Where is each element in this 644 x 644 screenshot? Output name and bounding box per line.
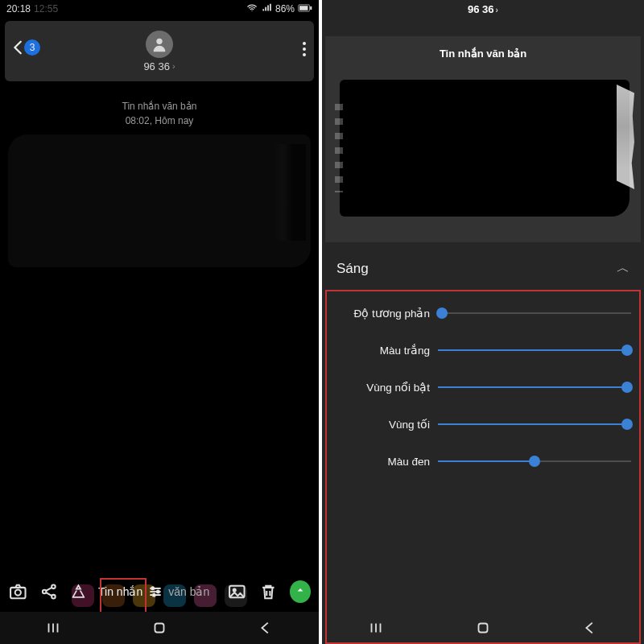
message-bubble[interactable] bbox=[8, 134, 311, 267]
home-button[interactable] bbox=[474, 619, 492, 637]
svg-point-13 bbox=[233, 588, 236, 591]
trash-icon[interactable] bbox=[258, 581, 279, 602]
wifi-icon bbox=[246, 2, 258, 16]
slider-track[interactable] bbox=[438, 379, 631, 395]
slider-track[interactable] bbox=[438, 342, 631, 358]
status-time-2: 12:55 bbox=[34, 3, 58, 14]
svg-point-3 bbox=[156, 38, 162, 43]
redacted-content bbox=[274, 144, 306, 241]
appstore-icon[interactable] bbox=[70, 581, 87, 602]
editor-screen: 96 36› Tin nhắn văn bản Sáng ︿ Độ tương … bbox=[322, 0, 644, 644]
svg-point-10 bbox=[157, 590, 159, 592]
recents-button[interactable] bbox=[44, 619, 62, 637]
input-placeholder-1: Tin nhắn bbox=[98, 585, 142, 598]
gallery-icon[interactable] bbox=[227, 581, 247, 602]
svg-point-6 bbox=[43, 590, 47, 594]
edit-preview[interactable]: Tin nhắn văn bản bbox=[325, 36, 641, 242]
slider-track[interactable] bbox=[438, 305, 631, 321]
svg-point-7 bbox=[52, 585, 56, 589]
slider-thumb[interactable] bbox=[621, 419, 633, 430]
camera-icon[interactable] bbox=[8, 581, 28, 602]
slider-thumb[interactable] bbox=[436, 308, 448, 319]
chevron-right-icon: › bbox=[496, 6, 498, 14]
battery-icon bbox=[298, 3, 312, 15]
recents-button[interactable] bbox=[367, 619, 385, 637]
section-title: Sáng bbox=[336, 261, 369, 277]
brightness-section-header[interactable]: Sáng ︿ bbox=[322, 242, 644, 290]
chevron-right-icon: › bbox=[172, 61, 175, 71]
slider-label: Độ tương phản bbox=[335, 307, 438, 320]
svg-point-5 bbox=[15, 589, 21, 595]
svg-rect-14 bbox=[155, 624, 164, 633]
slider-label: Vùng tối bbox=[335, 418, 438, 431]
status-icons: 86% bbox=[246, 2, 312, 16]
preview-caption: Tin nhắn văn bản bbox=[325, 47, 641, 60]
message-meta: Tin nhắn văn bản 08:02, Hôm nay bbox=[0, 99, 319, 128]
preview-redacted bbox=[340, 80, 630, 217]
svg-rect-2 bbox=[299, 6, 308, 10]
svg-point-8 bbox=[52, 595, 56, 599]
slider-thumb[interactable] bbox=[529, 456, 540, 467]
status-time-1: 20:18 bbox=[6, 3, 31, 14]
composer-bar: Tin nhắn văn bản bbox=[0, 573, 319, 610]
back-nav-button[interactable] bbox=[257, 619, 275, 637]
contact-name[interactable]: 96 36 › bbox=[143, 60, 175, 72]
signal-icon bbox=[261, 2, 272, 16]
adjust-sliders-icon[interactable] bbox=[147, 581, 163, 602]
editor-contact-name: 96 36 bbox=[468, 3, 494, 15]
slider-label: Màu đen bbox=[335, 456, 438, 468]
slider-row: Màu đen bbox=[335, 443, 631, 480]
message-input[interactable]: Tin nhắn văn bản bbox=[98, 578, 209, 605]
status-bar: 20:18 12:55 86% bbox=[0, 0, 319, 18]
editor-header: 96 36› bbox=[322, 0, 644, 15]
slider-track[interactable] bbox=[438, 453, 631, 469]
messaging-screen: 20:18 12:55 86% 3 96 36 › bbox=[0, 0, 322, 644]
more-menu-button[interactable] bbox=[303, 42, 306, 56]
svg-rect-15 bbox=[478, 624, 487, 633]
send-button[interactable] bbox=[290, 580, 312, 603]
avatar[interactable] bbox=[146, 31, 173, 58]
message-type-label: Tin nhắn văn bản bbox=[0, 99, 319, 114]
slider-row: Vùng nổi bật bbox=[335, 369, 631, 406]
slider-label: Màu trắng bbox=[335, 344, 438, 357]
message-timestamp: 08:02, Hôm nay bbox=[0, 114, 319, 128]
sliders-panel: Độ tương phảnMàu trắngVùng nổi bậtVùng t… bbox=[325, 290, 641, 644]
slider-row: Vùng tối bbox=[335, 406, 631, 443]
android-navbar-left bbox=[0, 612, 319, 644]
android-navbar-right bbox=[322, 612, 644, 644]
slider-row: Màu trắng bbox=[335, 332, 631, 369]
svg-point-9 bbox=[151, 587, 154, 589]
unread-count-badge: 3 bbox=[24, 39, 40, 56]
battery-pct: 86% bbox=[275, 3, 295, 14]
back-button[interactable]: 3 bbox=[10, 39, 40, 56]
slider-row: Độ tương phản bbox=[335, 295, 631, 332]
back-nav-button[interactable] bbox=[581, 619, 599, 637]
svg-point-11 bbox=[153, 594, 155, 597]
slider-thumb[interactable] bbox=[621, 345, 633, 356]
svg-rect-1 bbox=[310, 6, 312, 9]
chevron-up-icon: ︿ bbox=[617, 260, 630, 277]
input-placeholder-2: văn bản bbox=[168, 585, 209, 598]
home-button[interactable] bbox=[151, 619, 168, 637]
slider-track[interactable] bbox=[438, 416, 631, 432]
slider-label: Vùng nổi bật bbox=[335, 381, 438, 394]
share-icon[interactable] bbox=[39, 581, 60, 602]
slider-thumb[interactable] bbox=[621, 382, 633, 393]
chat-header: 3 96 36 › bbox=[5, 21, 314, 81]
